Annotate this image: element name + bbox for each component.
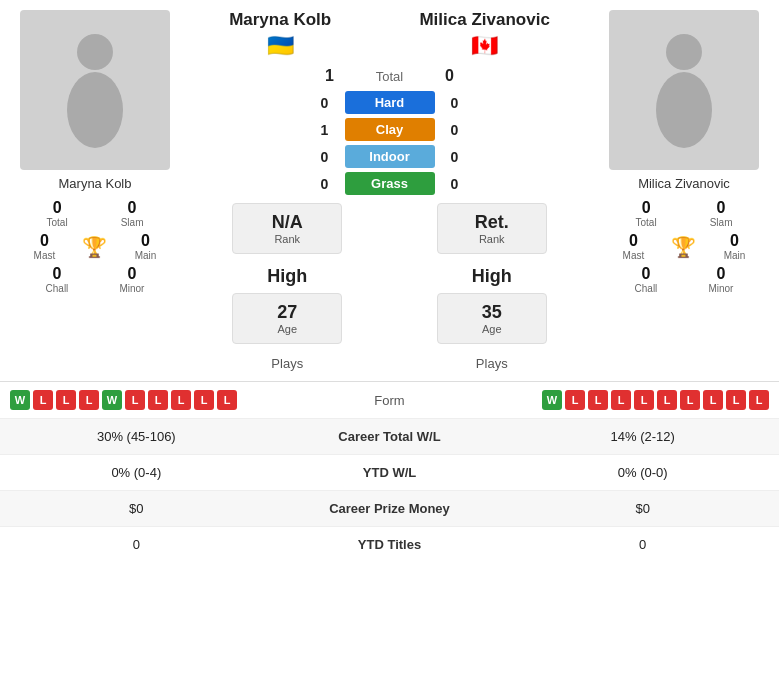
form-badge: L — [611, 390, 631, 410]
trophy-icon-2: 🏆 — [671, 235, 696, 259]
player2-indoor-score: 0 — [435, 149, 475, 165]
form-badge: W — [542, 390, 562, 410]
player2-main-label: Main — [724, 250, 746, 261]
player1-high: High — [267, 266, 307, 287]
player1-age: 27 — [238, 302, 336, 323]
form-badge: L — [726, 390, 746, 410]
form-badge: L — [148, 390, 168, 410]
form-badge: L — [171, 390, 191, 410]
stats-row: $0 Career Prize Money $0 — [0, 491, 779, 527]
stat-left-2: $0 — [0, 491, 273, 527]
player1-slam-label: Slam — [121, 217, 144, 228]
stats-row: 0 YTD Titles 0 — [0, 527, 779, 563]
stat-right-1: 0% (0-0) — [506, 455, 779, 491]
player1-rank-label: Rank — [238, 233, 336, 245]
stats-row: 30% (45-106) Career Total W/L 14% (2-12) — [0, 419, 779, 455]
player2-slam: 0 — [717, 199, 726, 217]
player1-plays: Plays — [271, 356, 303, 371]
player1-total-label: Total — [47, 217, 68, 228]
player1-age-label: Age — [238, 323, 336, 335]
form-badge: L — [56, 390, 76, 410]
player2-chall: 0 — [641, 265, 650, 283]
player1-flag: 🇺🇦 — [267, 33, 294, 59]
stat-right-3: 0 — [506, 527, 779, 563]
player1-mast-label: Mast — [34, 250, 56, 261]
player2-slam-label: Slam — [710, 217, 733, 228]
player2-rank-label: Rank — [443, 233, 541, 245]
form-badge: L — [565, 390, 585, 410]
player2-hard-score: 0 — [435, 95, 475, 111]
player2-clay-score: 0 — [435, 122, 475, 138]
indoor-surface: Indoor — [345, 145, 435, 168]
player2-form: WLLLLLLLLL — [450, 390, 770, 410]
player2-rank: Ret. — [443, 212, 541, 233]
trophy-icon-1: 🏆 — [82, 235, 107, 259]
form-badge: L — [588, 390, 608, 410]
player1-chall-label: Chall — [46, 283, 69, 294]
grass-surface: Grass — [345, 172, 435, 195]
player1-grass-score: 0 — [305, 176, 345, 192]
player2-flag: 🇨🇦 — [471, 33, 498, 59]
player1-form: WLLLWLLLLL — [10, 390, 330, 410]
total-label: Total — [350, 69, 430, 84]
player2-mast: 0 — [629, 232, 638, 250]
form-badge: L — [657, 390, 677, 410]
player1-indoor-score: 0 — [305, 149, 345, 165]
form-badge: L — [680, 390, 700, 410]
stat-right-2: $0 — [506, 491, 779, 527]
form-badge: L — [749, 390, 769, 410]
stat-label-3: YTD Titles — [273, 527, 507, 563]
player2-mast-label: Mast — [623, 250, 645, 261]
stat-left-0: 30% (45-106) — [0, 419, 273, 455]
player1-mast: 0 — [40, 232, 49, 250]
player1-minor-label: Minor — [119, 283, 144, 294]
svg-point-3 — [656, 72, 712, 148]
player2-plays: Plays — [476, 356, 508, 371]
form-badge: L — [79, 390, 99, 410]
player1-hard-score: 0 — [305, 95, 345, 111]
player1-photo — [20, 10, 170, 170]
player2-main: 0 — [730, 232, 739, 250]
player1-name: Maryna Kolb — [59, 176, 132, 191]
player2-minor: 0 — [716, 265, 725, 283]
player1-rank: N/A — [238, 212, 336, 233]
player2-total-label: Total — [636, 217, 657, 228]
player1-slam: 0 — [128, 199, 137, 217]
player2-minor-label: Minor — [708, 283, 733, 294]
form-badge: W — [102, 390, 122, 410]
player2-grass-score: 0 — [435, 176, 475, 192]
player2-high: High — [472, 266, 512, 287]
hard-surface: Hard — [345, 91, 435, 114]
player2-chall-label: Chall — [635, 283, 658, 294]
stat-label-0: Career Total W/L — [273, 419, 507, 455]
form-badge: L — [33, 390, 53, 410]
player1-total-score: 1 — [310, 67, 350, 85]
player2-age: 35 — [443, 302, 541, 323]
form-badge: L — [125, 390, 145, 410]
player1-minor: 0 — [127, 265, 136, 283]
player1-total: 0 — [53, 199, 62, 217]
stat-right-0: 14% (2-12) — [506, 419, 779, 455]
stat-left-3: 0 — [0, 527, 273, 563]
form-badge: L — [703, 390, 723, 410]
player2-name: Milica Zivanovic — [638, 176, 730, 191]
svg-point-2 — [666, 34, 702, 70]
svg-point-0 — [77, 34, 113, 70]
player1-main: 0 — [141, 232, 150, 250]
player2-age-label: Age — [443, 323, 541, 335]
form-badge: L — [194, 390, 214, 410]
player1-chall: 0 — [52, 265, 61, 283]
player2-photo — [609, 10, 759, 170]
player2-total-score: 0 — [430, 67, 470, 85]
form-section: WLLLWLLLLL Form WLLLLLLLLL — [0, 381, 779, 418]
form-badge: L — [634, 390, 654, 410]
stat-left-1: 0% (0-4) — [0, 455, 273, 491]
svg-point-1 — [67, 72, 123, 148]
stats-row: 0% (0-4) YTD W/L 0% (0-0) — [0, 455, 779, 491]
player2-name-header: Milica Zivanovic — [419, 10, 549, 30]
form-badge: L — [217, 390, 237, 410]
clay-surface: Clay — [345, 118, 435, 141]
form-badge: W — [10, 390, 30, 410]
stats-table: 30% (45-106) Career Total W/L 14% (2-12)… — [0, 418, 779, 562]
stat-label-2: Career Prize Money — [273, 491, 507, 527]
